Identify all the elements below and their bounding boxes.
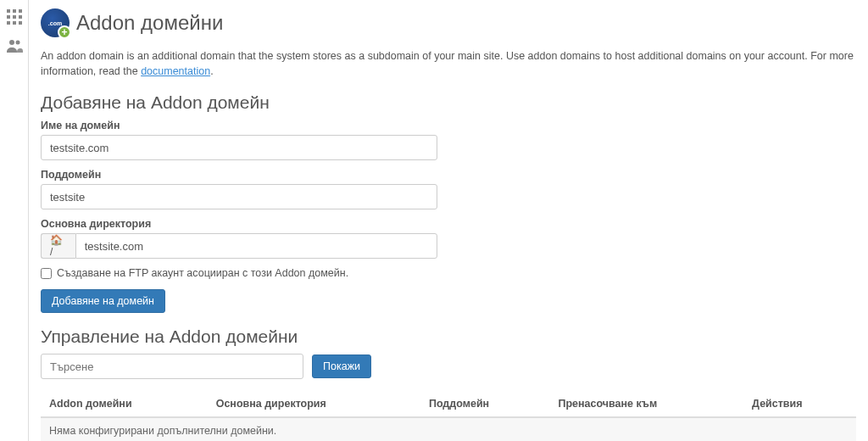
page-title: Addon домейни <box>76 11 223 35</box>
empty-message: Няма конфигурирани допълнителни домейни. <box>41 417 856 441</box>
subdomain-label: Поддомейн <box>41 169 437 181</box>
svg-rect-3 <box>7 15 10 19</box>
subdomain-input[interactable] <box>41 184 437 209</box>
col-addon-domains[interactable]: Addon домейни <box>41 391 208 417</box>
svg-rect-1 <box>13 9 16 13</box>
col-actions: Действия <box>743 391 856 417</box>
page-description: An addon domain is an additional domain … <box>41 49 856 79</box>
table-header-row: Addon домейни Основна директория Поддоме… <box>41 391 856 417</box>
col-document-root[interactable]: Основна директория <box>208 391 420 417</box>
svg-rect-5 <box>19 15 22 19</box>
col-redirects-to[interactable]: Пренасочване към <box>549 391 743 417</box>
sidebar <box>0 0 29 441</box>
svg-point-9 <box>9 40 14 45</box>
users-icon[interactable] <box>4 36 25 56</box>
addon-domain-icon: .com + <box>41 8 70 37</box>
home-icon: 🏠 / <box>41 233 75 259</box>
page-header: .com + Addon домейни <box>41 0 856 41</box>
empty-row: Няма конфигурирани допълнителни домейни. <box>41 417 856 441</box>
manage-section-title: Управление на Addon домейни <box>41 327 856 347</box>
main-content: .com + Addon домейни An addon domain is … <box>29 0 868 441</box>
domain-name-label: Име на домейн <box>41 120 437 131</box>
plus-icon: + <box>58 25 71 39</box>
svg-rect-7 <box>13 21 16 25</box>
ftp-checkbox[interactable] <box>41 268 52 279</box>
svg-point-10 <box>15 41 19 45</box>
svg-rect-4 <box>13 15 16 19</box>
search-row: Покажи <box>41 354 856 379</box>
document-root-label: Основна директория <box>41 218 437 230</box>
col-subdomain[interactable]: Поддомейн <box>420 391 550 417</box>
document-root-input[interactable] <box>75 233 437 259</box>
svg-rect-8 <box>19 21 22 25</box>
svg-rect-2 <box>19 9 22 13</box>
documentation-link[interactable]: documentation <box>141 65 210 77</box>
search-input[interactable] <box>41 354 303 379</box>
show-button[interactable]: Покажи <box>312 354 371 378</box>
domain-name-input[interactable] <box>41 135 437 160</box>
add-section-title: Добавяне на Addon домейн <box>41 92 856 113</box>
apps-icon[interactable] <box>4 7 25 27</box>
ftp-checkbox-label[interactable]: Създаване на FTP акаунт асоцииран с този… <box>57 267 348 279</box>
svg-rect-6 <box>7 21 10 25</box>
svg-rect-0 <box>7 9 10 13</box>
domains-table: Addon домейни Основна директория Поддоме… <box>41 391 856 441</box>
add-domain-button[interactable]: Добавяне на домейн <box>41 289 165 313</box>
add-domain-form: Име на домейн Поддомейн Основна директор… <box>41 120 437 313</box>
